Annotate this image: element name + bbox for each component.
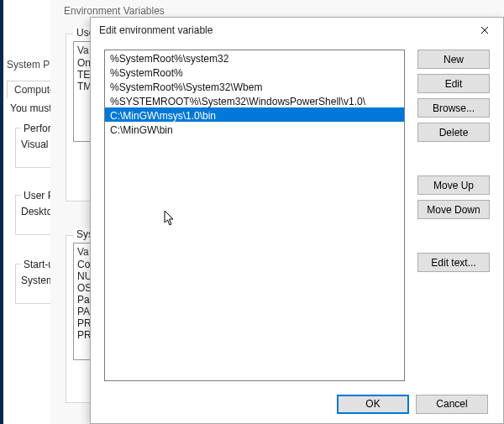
browse-button[interactable]: Browse... — [417, 98, 490, 118]
path-item[interactable]: %SystemRoot%\system32 — [105, 50, 404, 65]
move-down-button[interactable]: Move Down — [417, 200, 490, 219]
delete-button[interactable]: Delete — [417, 123, 490, 142]
move-up-button[interactable]: Move Up — [417, 175, 490, 195]
button-column: New Edit Browse... Delete Move Up Move D… — [417, 50, 490, 272]
edit-dialog-footer: OK Cancel — [91, 385, 503, 423]
ok-button[interactable]: OK — [337, 395, 409, 414]
cancel-button[interactable]: Cancel — [416, 395, 488, 414]
path-item[interactable]: %SystemRoot%\System32\Wbem — [105, 79, 404, 93]
system-properties-body: You must — [10, 102, 52, 114]
path-item[interactable]: %SystemRoot% — [105, 65, 404, 79]
new-button[interactable]: New — [417, 50, 490, 69]
path-item[interactable]: C:\MinGW\msys\1.0\bin — [105, 107, 404, 122]
edit-dialog-titlebar[interactable]: Edit environment variable — [91, 18, 503, 43]
close-button[interactable] — [466, 18, 503, 43]
system-properties-edge — [0, 0, 3, 424]
path-item[interactable]: %SYSTEMROOT%\System32\WindowsPowerShell\… — [105, 93, 404, 107]
close-icon — [480, 26, 489, 34]
edit-button[interactable]: Edit — [417, 74, 490, 93]
edit-dialog-title: Edit environment variable — [99, 24, 466, 36]
edit-text-button[interactable]: Edit text... — [417, 253, 490, 272]
path-item[interactable]: C:\MinGW\bin — [105, 122, 404, 136]
environment-variables-title: Environment Variables — [64, 5, 165, 17]
path-list[interactable]: %SystemRoot%\system32%SystemRoot%%System… — [104, 50, 405, 381]
edit-environment-variable-dialog: Edit environment variable %SystemRoot%\s… — [90, 17, 504, 424]
